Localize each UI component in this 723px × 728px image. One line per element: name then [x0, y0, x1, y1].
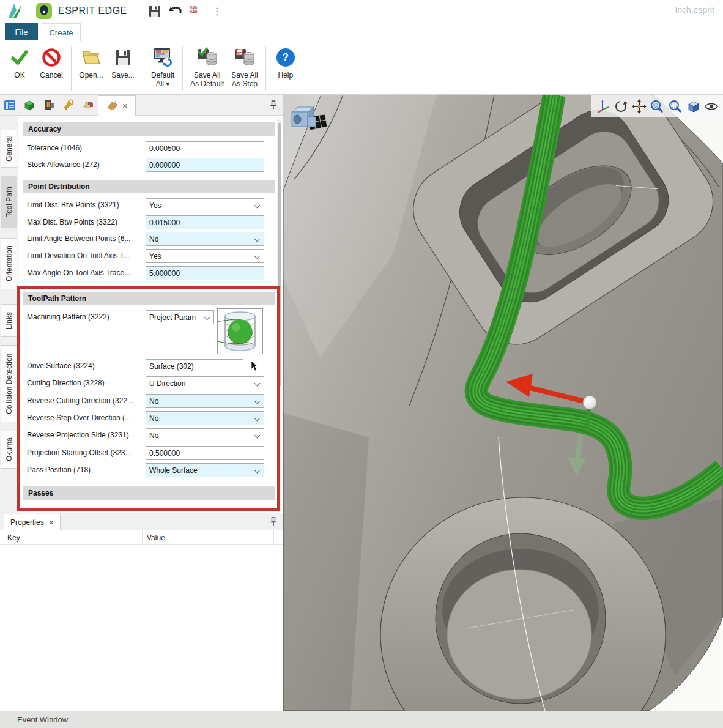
project-manager-tab[interactable] [0, 96, 20, 114]
features-tab[interactable] [78, 96, 98, 114]
stock-box-icon [23, 99, 35, 111]
param-row: Limit Deviation On Tool Axis T... Yes [27, 249, 275, 263]
projection-starting-offset-input[interactable] [146, 446, 264, 460]
viewport-toolbar [591, 95, 723, 117]
chevron-down-icon [254, 415, 261, 422]
features-icon [82, 99, 94, 111]
reverse-cutting-direction-select[interactable]: No [146, 394, 264, 408]
axis-triad-icon [596, 99, 610, 114]
part-orientation-thumbnail[interactable] [287, 98, 330, 141]
orbit-rotate-icon [614, 99, 628, 114]
max-angle-tool-axis-input[interactable] [146, 266, 264, 280]
tab-file[interactable]: File [5, 23, 38, 40]
rail-tab-tool-path[interactable]: Tool Path [1, 176, 17, 228]
save-all-as-default-button[interactable]: Save All As Default [187, 45, 228, 89]
chevron-down-icon [254, 236, 261, 242]
dock-pin-button[interactable] [269, 100, 278, 113]
pass-position-select[interactable]: Whole Surface [146, 463, 264, 477]
tab-create[interactable]: Create [42, 23, 81, 41]
limit-angle-between-points-select[interactable]: No [146, 232, 264, 246]
nc-code-button[interactable]: N35 N40 [188, 2, 205, 20]
pin-icon [269, 100, 278, 110]
operation-property-tab[interactable]: × [98, 95, 136, 116]
zoom-button[interactable] [649, 98, 665, 114]
param-label: Machining Pattern (3222) [27, 310, 144, 324]
title-bar: ESPRIT EDGE N35 N40 ⋮ Inch.esprit [0, 0, 723, 22]
close-icon[interactable]: × [49, 518, 54, 527]
chevron-down-icon [204, 314, 210, 321]
3d-viewport-scene[interactable] [283, 95, 723, 711]
limit-dist-btw-points-select[interactable]: Yes [146, 198, 264, 212]
machining-pattern-select[interactable]: Project Param [146, 310, 214, 324]
event-window-bar[interactable]: Event Window [0, 711, 723, 728]
eye-icon [704, 99, 719, 114]
dropdown-caret: All ▾ [156, 80, 170, 88]
app-title: ESPRIT EDGE [58, 6, 127, 17]
esprit-edge-window: ESPRIT EDGE N35 N40 ⋮ Inch.esprit [0, 0, 723, 728]
param-row: Limit Dist. Btw Points (3321) Yes [27, 198, 275, 212]
rail-tab-general[interactable]: General [1, 130, 17, 168]
esprit-edge-app-icon [36, 3, 52, 19]
dock-tab-strip: × [0, 95, 283, 116]
select-value: No [149, 431, 158, 440]
surface-pick-button[interactable] [250, 360, 259, 374]
stock-allowance-input[interactable] [146, 158, 264, 172]
machining-pattern-preview[interactable] [217, 308, 263, 354]
event-window-label: Event Window [17, 715, 68, 724]
reverse-step-over-direction-select[interactable]: No [146, 411, 264, 425]
form-scrollbar-thumb[interactable] [278, 123, 281, 386]
ok-button[interactable]: OK [4, 45, 35, 81]
cancel-button[interactable]: Cancel [35, 45, 67, 81]
titlebar-overflow-menu[interactable]: ⋮ [209, 2, 226, 20]
tools-icon [62, 99, 75, 111]
chevron-down-icon [254, 253, 261, 259]
tool-path-parameter-form: Accuracy Tolerance (1046) Stock Allowanc… [18, 116, 283, 513]
default-all-button[interactable]: Default All ▾ [147, 45, 179, 89]
rail-tab-links[interactable]: Links [1, 304, 17, 337]
param-row: Max Dist. Btw Points (3322) [27, 215, 275, 229]
open-button[interactable]: Open... [75, 45, 107, 81]
select-value: No [149, 397, 158, 406]
max-dist-btw-points-input[interactable] [146, 215, 264, 229]
param-row: Projection Starting Offset (323... [27, 446, 275, 460]
drive-surface-input[interactable] [146, 359, 243, 373]
reverse-projection-side-select[interactable]: No [146, 428, 264, 442]
tolerance-input[interactable] [146, 141, 264, 155]
properties-tab[interactable]: Properties × [4, 514, 61, 530]
cutting-direction-select[interactable]: U Direction [146, 376, 264, 390]
save-all-as-step-button[interactable]: Save All As Step [228, 45, 261, 89]
rail-tab-collision-detection[interactable]: Collision Detection [1, 345, 17, 422]
column-header-key: Key [7, 530, 20, 545]
param-label: Cutting Direction (3228) [27, 376, 144, 390]
zoom-window-button[interactable] [667, 98, 683, 114]
tools-tab[interactable] [59, 96, 78, 114]
form-scrollbar[interactable] [277, 118, 281, 510]
rotate-view-button[interactable] [613, 98, 629, 114]
save-all-as-default-icon [196, 46, 218, 69]
visibility-button[interactable] [703, 98, 719, 114]
rail-tab-orientation[interactable]: Orientation [1, 238, 17, 289]
help-button[interactable]: ? Help [270, 45, 302, 81]
quick-save-button[interactable] [146, 2, 163, 20]
param-row: Drive Surface (3224) [27, 359, 275, 373]
undo-button[interactable] [167, 2, 184, 20]
close-icon[interactable]: × [122, 102, 127, 110]
3d-viewport[interactable] [283, 95, 723, 711]
rail-tab-okuma[interactable]: Okuma [1, 431, 17, 469]
param-row: Limit Angle Between Points (6... No [27, 232, 275, 246]
machine-setup-tab[interactable] [39, 96, 59, 114]
stock-tab[interactable] [20, 96, 39, 114]
column-divider[interactable] [142, 530, 143, 545]
ribbon: OK Cancel Open... Save... [0, 40, 723, 95]
triad-view-button[interactable] [595, 98, 611, 114]
properties-tab-label: Properties [10, 518, 44, 527]
properties-pin-button[interactable] [269, 516, 278, 529]
select-value: No [149, 414, 158, 423]
isometric-view-button[interactable] [686, 98, 702, 114]
limit-deviation-tool-axis-select[interactable]: Yes [146, 249, 264, 263]
pan-view-button[interactable] [631, 98, 647, 114]
param-row: Reverse Cutting Direction (322... No [27, 394, 275, 408]
save-button[interactable]: Save... [107, 45, 139, 81]
machine-icon [43, 99, 55, 111]
column-divider[interactable] [273, 530, 274, 545]
